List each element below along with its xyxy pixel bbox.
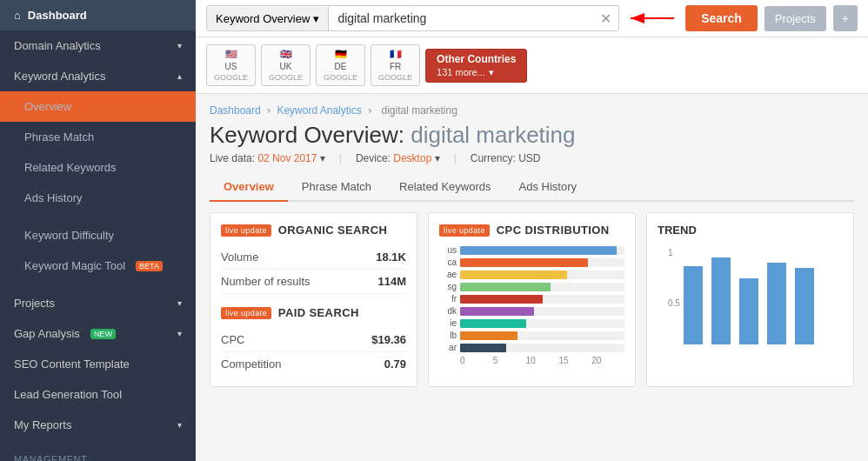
sidebar: ⌂ Dashboard Domain Analytics ▾ Keyword A…: [0, 0, 196, 461]
flag-uk[interactable]: 🇬🇧 UK GOOGLE: [261, 44, 310, 86]
uk-flag-icon: 🇬🇧: [280, 49, 292, 60]
other-countries-count: 131 more... ▾: [437, 67, 494, 78]
organic-volume-row: Volume 18.1K: [221, 245, 406, 270]
device-link[interactable]: Desktop: [393, 152, 431, 164]
chevron-down-icon-5: ▾: [313, 12, 319, 25]
keyword-analytics-label: Keyword Analytics: [14, 70, 106, 83]
breadcrumb-dashboard[interactable]: Dashboard: [210, 104, 261, 117]
search-group: Keyword Overview ▾ ✕: [206, 5, 619, 31]
chevron-down-icon-3: ▾: [177, 329, 182, 338]
breadcrumb-current: digital marketing: [381, 104, 457, 117]
sidebar-item-overview[interactable]: Overview: [0, 91, 196, 122]
breadcrumb-keyword-analytics[interactable]: Keyword Analytics: [277, 104, 361, 117]
page-meta: Live data: 02 Nov 2017 ▾ | Device: Deskt…: [210, 152, 854, 164]
svg-rect-8: [795, 268, 814, 344]
svg-rect-7: [767, 263, 786, 344]
management-section-label: MANAGEMENT: [0, 447, 196, 461]
chevron-down-icon-2: ▾: [177, 298, 182, 308]
breadcrumb-sep-2: ›: [368, 104, 374, 117]
bar-row: fr: [439, 294, 624, 304]
sidebar-item-my-reports[interactable]: My Reports ▾: [0, 410, 196, 440]
arrow-annotation: [626, 8, 678, 29]
fr-flag-icon: 🇫🇷: [390, 49, 402, 60]
organic-search-header: live update ORGANIC SEARCH: [221, 224, 406, 237]
bar-row: sg: [439, 282, 624, 291]
tab-overview[interactable]: Overview: [210, 173, 288, 202]
de-flag-icon: 🇩🇪: [335, 49, 347, 60]
chevron-icon-date: ▾: [320, 152, 325, 164]
bar-row: ar: [439, 343, 624, 352]
organic-search-card: live update ORGANIC SEARCH Volume 18.1K …: [210, 212, 417, 387]
projects-button[interactable]: Projects: [765, 6, 826, 31]
bar-row: ae: [439, 270, 624, 279]
breadcrumb: Dashboard › Keyword Analytics › digital …: [210, 104, 854, 117]
sidebar-item-projects[interactable]: Projects ▾: [0, 288, 196, 318]
live-badge-organic: live update: [221, 224, 271, 237]
main-content: Keyword Overview ▾ ✕ Search Projects + 🇺…: [196, 0, 868, 461]
tab-related-keywords[interactable]: Related Keywords: [385, 173, 505, 202]
add-project-button[interactable]: +: [833, 5, 858, 31]
organic-results-row: Number of results 114M: [221, 270, 406, 294]
trend-chart: 1 0.5: [658, 244, 814, 357]
sidebar-item-seo-content-template[interactable]: SEO Content Template: [0, 349, 196, 379]
search-button[interactable]: Search: [685, 5, 758, 31]
meta-sep-2: |: [454, 152, 457, 164]
us-flag-icon: 🇺🇸: [225, 49, 237, 60]
cpc-xaxis: 0 5 10 15 20: [460, 356, 624, 365]
chevron-icon-device: ▾: [435, 152, 440, 164]
bar-row: us: [439, 245, 624, 255]
search-input[interactable]: [329, 6, 593, 30]
bar-row: dk: [439, 306, 624, 316]
svg-text:1: 1: [668, 248, 673, 257]
dashboard-icon: ⌂: [14, 9, 21, 22]
search-type-dropdown[interactable]: Keyword Overview ▾: [207, 7, 329, 30]
other-countries-label: Other Countries: [437, 53, 516, 65]
page-title: Keyword Overview: digital marketing: [210, 122, 854, 149]
trend-title: TREND: [658, 224, 843, 237]
cards-grid: live update ORGANIC SEARCH Volume 18.1K …: [210, 212, 854, 387]
sidebar-item-dashboard[interactable]: ⌂ Dashboard: [0, 0, 196, 30]
live-badge-paid: live update: [221, 307, 271, 319]
meta-sep-1: |: [339, 152, 342, 164]
chevron-up-icon: ▴: [177, 71, 182, 81]
svg-rect-5: [711, 257, 731, 344]
sidebar-item-gap-analysis[interactable]: Gap Analysis NEW ▾: [0, 318, 196, 349]
tab-phrase-match[interactable]: Phrase Match: [288, 173, 385, 202]
live-data-date[interactable]: 02 Nov 2017: [257, 152, 317, 164]
topbar: Keyword Overview ▾ ✕ Search Projects +: [196, 0, 868, 37]
content-area: Dashboard › Keyword Analytics › digital …: [196, 94, 868, 461]
sidebar-item-keyword-difficulty[interactable]: Keyword Difficulty: [0, 220, 196, 251]
sidebar-item-lead-generation-tool[interactable]: Lead Generation Tool: [0, 379, 196, 410]
bar-row: ie: [439, 318, 624, 328]
flag-us[interactable]: 🇺🇸 US GOOGLE: [206, 44, 256, 86]
page-title-keyword: digital marketing: [411, 122, 575, 148]
other-countries-button[interactable]: Other Countries 131 more... ▾: [425, 49, 527, 83]
live-badge-cpc: live update: [439, 224, 490, 237]
beta-badge: BETA: [136, 261, 163, 271]
flags-bar: 🇺🇸 US GOOGLE 🇬🇧 UK GOOGLE 🇩🇪 DE GOOGLE 🇫…: [196, 37, 868, 94]
trend-card: TREND 1 0.5: [646, 212, 854, 387]
svg-text:0.5: 0.5: [668, 298, 680, 308]
flag-de[interactable]: 🇩🇪 DE GOOGLE: [316, 44, 365, 86]
tab-ads-history[interactable]: Ads History: [505, 173, 591, 202]
new-badge: NEW: [90, 329, 116, 339]
svg-rect-6: [739, 278, 758, 344]
chevron-down-icon: ▾: [177, 41, 182, 50]
domain-analytics-label: Domain Analytics: [14, 39, 101, 52]
cpc-header: live update CPC DISTRIBUTION: [439, 224, 624, 237]
tabs: Overview Phrase Match Related Keywords A…: [210, 173, 854, 202]
sidebar-item-keyword-analytics[interactable]: Keyword Analytics ▴: [0, 61, 196, 91]
cpc-bar-chart: uscaaesgfrdkielbar: [439, 245, 624, 352]
chevron-down-icon-4: ▾: [177, 420, 182, 430]
sidebar-item-ads-history[interactable]: Ads History: [0, 183, 196, 213]
sidebar-item-keyword-magic-tool[interactable]: Keyword Magic Tool BETA: [0, 251, 196, 281]
sidebar-item-phrase-match[interactable]: Phrase Match: [0, 122, 196, 152]
close-icon[interactable]: ✕: [593, 10, 618, 27]
paid-competition-row: Competition 0.79: [221, 352, 406, 376]
breadcrumb-sep-1: ›: [267, 104, 273, 117]
flag-fr[interactable]: 🇫🇷 FR GOOGLE: [371, 44, 420, 86]
paid-search-header: live update PAID SEARCH: [221, 306, 406, 319]
sidebar-item-related-keywords[interactable]: Related Keywords: [0, 152, 196, 183]
sidebar-item-domain-analytics[interactable]: Domain Analytics ▾: [0, 30, 196, 61]
bar-row: ca: [439, 257, 624, 267]
